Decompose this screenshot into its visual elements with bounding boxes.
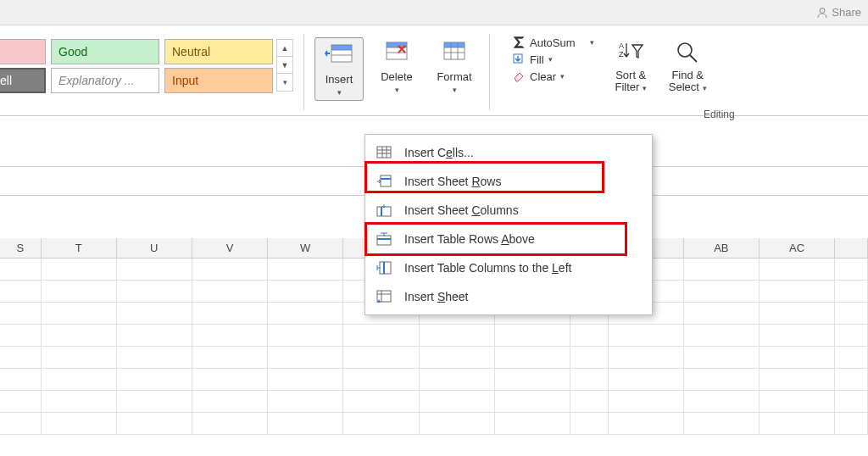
title-bar: Share [0,0,868,25]
chevron-down-icon: ▾ [337,88,342,97]
insert-rows-icon [376,173,392,190]
svg-rect-31 [380,262,391,274]
svg-rect-29 [377,236,391,245]
ribbon: Good Neutral ell Explanatory ... Input ▲… [0,25,868,116]
svg-rect-20 [377,147,391,158]
delete-cells-icon [382,41,411,66]
share-button[interactable]: Share [816,6,861,19]
col-header[interactable]: U [117,238,192,258]
editing-group-label: Editing [704,108,735,120]
fill-down-icon [512,53,526,66]
svg-point-18 [678,43,692,57]
insert-table-columns-icon [376,259,392,276]
col-header[interactable]: T [42,238,117,258]
svg-rect-25 [381,175,391,186]
col-header[interactable]: AB [684,238,760,258]
sort-filter-button[interactable]: AZ Sort &Filter ▾ [608,36,654,94]
style-swatch-neutral[interactable]: Neutral [164,39,273,64]
clear-button[interactable]: Clear ▾ [512,70,594,83]
styles-gallery[interactable]: Good Neutral ell Explanatory ... Input [0,39,273,93]
svg-line-19 [690,55,697,62]
col-header[interactable]: V [192,238,268,258]
insert-sheet-icon [376,288,392,305]
magnifier-icon [675,40,700,64]
svg-rect-14 [444,42,465,47]
svg-point-0 [820,8,825,13]
col-header[interactable]: AC [760,238,835,258]
eraser-icon [512,70,526,83]
insert-label: Insert [326,73,353,86]
spin-more-icon[interactable]: ▾ [277,74,292,91]
style-swatch-bad[interactable] [0,39,46,64]
svg-text:A: A [619,42,624,50]
gallery-spin[interactable]: ▲ ▼ ▾ [276,39,293,92]
chevron-down-icon: ▾ [395,86,399,94]
group-divider [303,34,304,110]
menu-insert-sheet-columns[interactable]: Insert Sheet Columns [365,196,652,225]
svg-text:Z: Z [619,50,624,58]
chevron-down-icon: ▾ [453,86,457,94]
fill-button[interactable]: Fill ▾ [512,53,594,66]
person-icon [816,7,828,19]
menu-insert-sheet-rows[interactable]: Insert Sheet Rows [365,167,652,196]
style-swatch-cell[interactable]: ell [0,68,46,93]
menu-insert-cells[interactable]: Insert Cells... [365,138,652,167]
insert-cells-icon [376,144,392,161]
style-swatch-input[interactable]: Input [164,68,273,93]
group-divider [489,34,490,110]
autosum-button[interactable]: AutoSum ▾ [512,36,594,49]
insert-cells-icon [325,43,353,69]
col-header[interactable]: S [0,238,42,258]
format-label: Format [437,70,471,83]
insert-dropdown-menu: Insert Cells... Insert Sheet Rows Insert… [364,134,653,315]
sigma-icon [512,36,526,49]
insert-button[interactable]: Insert▾ [314,37,364,101]
format-button[interactable]: Format▾ [430,37,479,101]
col-header[interactable]: W [268,238,343,258]
delete-label: Delete [381,70,413,83]
spin-down-icon[interactable]: ▼ [277,57,292,74]
find-select-button[interactable]: Find &Select ▾ [665,36,711,94]
format-cells-icon [440,41,469,66]
menu-insert-sheet[interactable]: Insert Sheet [365,282,652,311]
style-swatch-explanatory[interactable]: Explanatory ... [51,68,159,93]
insert-table-rows-icon [376,231,392,247]
sort-filter-icon: AZ [616,40,645,64]
delete-button[interactable]: Delete▾ [372,37,421,101]
menu-insert-table-columns-left[interactable]: Insert Table Columns to the Left [365,253,652,282]
menu-insert-table-rows-above[interactable]: Insert Table Rows Above [365,225,652,253]
cells-group: Insert▾ Delete▾ [314,34,479,101]
insert-columns-icon [376,202,392,219]
style-swatch-good[interactable]: Good [51,39,159,64]
share-label: Share [832,6,861,19]
editing-group: AutoSum ▾ Fill ▾ Clear ▾ AZ [512,34,711,94]
spin-up-icon[interactable]: ▲ [277,40,292,57]
svg-rect-4 [331,45,352,50]
col-header[interactable] [835,238,868,258]
